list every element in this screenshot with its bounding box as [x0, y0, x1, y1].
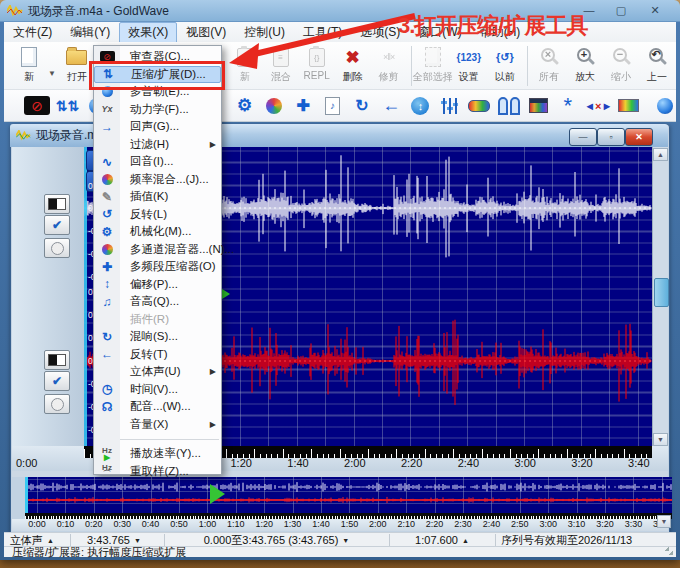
- menu-item-反转(T)[interactable]: ←反转(T): [94, 346, 221, 364]
- down-arrow-icon[interactable]: ▼: [342, 537, 349, 544]
- rainbow-icon[interactable]: [617, 94, 640, 118]
- menu-item-动力学(F)...[interactable]: Yx动力学(F)...: [94, 101, 221, 119]
- doc-maximize-button[interactable]: ▫: [597, 128, 625, 146]
- toolbar-button-修剪[interactable]: ×‖×修剪: [372, 44, 406, 86]
- toolbar-button-放大[interactable]: +放大: [568, 44, 602, 86]
- gear-icon[interactable]: ⚙: [233, 94, 256, 118]
- menubar-item-5[interactable]: 控制(U): [235, 22, 294, 44]
- submenu-arrow-icon: ▶: [210, 367, 216, 376]
- block-red-icon[interactable]: ⊘: [24, 94, 50, 118]
- scrollbar-thumb[interactable]: [654, 278, 669, 307]
- circle-clip-icon[interactable]: [647, 94, 670, 118]
- doors-icon[interactable]: [497, 94, 521, 118]
- menu-item-偏移(P)...[interactable]: ↕偏移(P)...: [94, 276, 221, 294]
- page-icon: [21, 46, 37, 68]
- menu-item-音高(Q)...[interactable]: ♫音高(Q)...: [94, 293, 221, 311]
- paste-repl-icon: {}: [309, 46, 325, 68]
- arrows-vert2-icon[interactable]: ⇅⇅: [56, 94, 79, 118]
- maximize-button[interactable]: ▢: [608, 4, 634, 17]
- channel1-select-checkbox[interactable]: ✔: [44, 215, 70, 235]
- channel-split-icon: [48, 198, 66, 210]
- menubar-item-3[interactable]: 效果(X): [119, 22, 177, 44]
- dropdown-caret-icon[interactable]: ▼: [48, 69, 56, 78]
- menu-item-多频段压缩器(O)[interactable]: ✚多频段压缩器(O): [94, 258, 221, 276]
- toolbar-button-缩小[interactable]: −缩小: [604, 44, 638, 86]
- overview-strip[interactable]: [25, 477, 672, 513]
- menu-item-机械化(M)...[interactable]: ⚙机械化(M)...: [94, 223, 221, 241]
- circle-updown-icon[interactable]: ↕: [409, 94, 432, 118]
- overview-time-label: 2:00: [369, 519, 387, 529]
- toolbar-button-上一[interactable]: ↶上一: [640, 44, 674, 86]
- clamp-x-icon[interactable]: ◄×►: [585, 94, 611, 118]
- toolbar-button-label: 所有: [539, 70, 559, 84]
- sliders-icon[interactable]: [438, 94, 461, 118]
- up-arrow-icon[interactable]: ▲: [462, 537, 469, 544]
- scroll-down-arrow[interactable]: ▼: [653, 433, 668, 446]
- mag-plus-icon: +: [575, 46, 595, 68]
- toolbar-button-新[interactable]: 新: [12, 44, 46, 86]
- menu-item-过滤(H)[interactable]: 过滤(H)▶: [94, 136, 221, 154]
- channel1-display-button[interactable]: [44, 194, 70, 214]
- play-position: 1:07.600: [415, 534, 458, 546]
- overview-time-label: 1:00: [199, 519, 217, 529]
- menu-item-立体声(U)[interactable]: 立体声(U)▶: [94, 363, 221, 381]
- down-arrow-icon[interactable]: ▼: [134, 537, 141, 544]
- spark-icon[interactable]: *: [556, 94, 579, 118]
- wave-icon: ∿: [97, 155, 117, 169]
- arrows-multi-icon[interactable]: ✚: [292, 94, 315, 118]
- menu-item-label: 插值(K): [130, 189, 168, 204]
- menu-item-重取样(Z)...[interactable]: Hz⌒重取样(Z)...: [94, 463, 221, 481]
- menu-item-播放速率(Y)...[interactable]: Hz▶播放速率(Y)...: [94, 445, 221, 463]
- menu-item-音量(X)[interactable]: 音量(X)▶: [94, 416, 221, 434]
- doc-close-button[interactable]: ✕: [625, 128, 653, 146]
- menu-item-插件(R)[interactable]: 插件(R): [94, 311, 221, 329]
- trim-icon: ×‖×: [383, 46, 394, 68]
- mag-minus-icon: −: [611, 46, 631, 68]
- menu-item-label: 配音...(W)...: [130, 399, 191, 414]
- toolbar-button-删除[interactable]: ✖删除: [336, 44, 370, 86]
- effects-menu: ⊘审查器(C)...⇅压缩/扩展(D)...多普勒(E)...Yx动力学(F).…: [93, 45, 222, 475]
- pinwheel-icon[interactable]: [262, 94, 285, 118]
- resize-grip[interactable]: [665, 547, 675, 557]
- menu-item-回音(I)...[interactable]: ∿回音(I)...: [94, 153, 221, 171]
- menu-item-混响(S)...[interactable]: ↻混响(S)...: [94, 328, 221, 346]
- channel2-display-button[interactable]: [44, 350, 70, 370]
- menu-item-反转(L)[interactable]: ↺反转(L): [94, 206, 221, 224]
- window-title: 现场录音.m4a - GoldWave: [28, 3, 169, 20]
- overview-time-label: 2:10: [397, 519, 415, 529]
- scroll-up-arrow[interactable]: ▲: [653, 148, 668, 161]
- channel2-select-checkbox[interactable]: ✔: [44, 371, 70, 391]
- menu-item-label: 混响(S)...: [130, 329, 178, 344]
- menu-item-配音...(W)...[interactable]: ☊配音...(W)...: [94, 398, 221, 416]
- channel2-radio-button[interactable]: [44, 394, 70, 414]
- overview-scroll-down-arrow[interactable]: ▼: [657, 515, 671, 528]
- arrow-left-icon[interactable]: ←: [380, 94, 403, 118]
- menubar-item-2[interactable]: 编辑(Y): [61, 22, 119, 44]
- channel1-radio-button[interactable]: [44, 238, 70, 258]
- swirl-icon[interactable]: ↻: [350, 94, 373, 118]
- menu-item-多通道混音器...(N)...[interactable]: 多通道混音器...(N)...: [94, 241, 221, 259]
- overview-time-label: 2:50: [511, 519, 529, 529]
- pitch-page-icon[interactable]: ♪: [321, 94, 344, 118]
- menu-item-时间(V)...[interactable]: ◷时间(V)...: [94, 381, 221, 399]
- toolbar-button-新[interactable]: +新: [228, 44, 262, 86]
- menubar-item-6[interactable]: 工具(T): [294, 22, 351, 44]
- toolbar-button-混合[interactable]: ≡混合: [264, 44, 298, 86]
- up-arrow-icon[interactable]: ▲: [47, 537, 54, 544]
- close-button[interactable]: ✕: [642, 4, 668, 17]
- menubar-item-1[interactable]: 文件(Z): [4, 22, 61, 44]
- toolbar-button-全部选择[interactable]: 全部选择: [416, 44, 450, 86]
- toolbar-button-设置[interactable]: {123}设置: [452, 44, 486, 86]
- toolbar-button-REPL[interactable]: {}REPL: [300, 44, 334, 83]
- menu-item-回声(G)...[interactable]: →回声(G)...: [94, 118, 221, 136]
- pill-icon[interactable]: [467, 94, 490, 118]
- status-selection-cell[interactable]: 0.000至3:43.765 (3:43.765)▼: [164, 534, 390, 546]
- spectrum-icon[interactable]: [527, 94, 550, 118]
- toolbar-button-所有[interactable]: ×所有: [532, 44, 566, 86]
- menu-item-频率混合...(J)...[interactable]: 频率混合...(J)...: [94, 171, 221, 189]
- doc-minimize-button[interactable]: —: [569, 128, 597, 146]
- menubar-item-4[interactable]: 视图(V): [177, 22, 235, 44]
- menu-item-插值(K)[interactable]: ✎插值(K): [94, 188, 221, 206]
- toolbar-button-以前[interactable]: {↺}以前: [488, 44, 522, 86]
- status-position-cell[interactable]: 1:07.600▲: [389, 534, 496, 546]
